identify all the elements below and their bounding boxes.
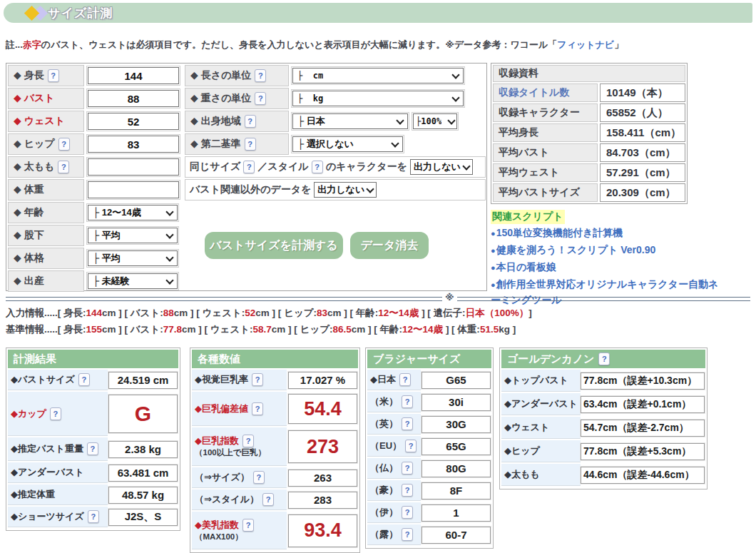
table-row: （豪）? 8F (367, 480, 491, 501)
same-style-help-button[interactable]: ? (312, 161, 323, 173)
age-select[interactable]: ├ 12〜14歳 (88, 205, 178, 220)
bra-ru-help-button[interactable]: ? (402, 528, 413, 541)
table-row: ◆巨乳指数?（100以上で巨乳） 273 (192, 427, 358, 466)
bra-fr-help-button[interactable]: ? (402, 462, 413, 475)
same-size-help-button[interactable]: ? (243, 161, 255, 173)
bra-au-help-button[interactable]: ? (402, 484, 413, 497)
bra-fr-label: （仏）? (367, 458, 421, 479)
table-row: 平均バストサイズ 20.309（cm） (493, 183, 685, 202)
archive-titles-label[interactable]: 収録タイトル数 (493, 83, 598, 102)
canon-panel-header: ゴールデンカノン? (501, 350, 705, 368)
region-help-button[interactable]: ? (245, 115, 256, 128)
bust-weight-help-button[interactable]: ? (87, 442, 98, 455)
page-title: サイズ計測 (48, 5, 113, 21)
cup-help-button[interactable]: ? (50, 407, 61, 420)
bra-eu-help-button[interactable]: ? (405, 440, 417, 452)
build-select[interactable]: ├ 平均 (88, 250, 178, 266)
bra-eu-value: 65G (422, 438, 491, 455)
bra-us-value: 30i (422, 394, 491, 411)
hip-help-button[interactable]: ? (58, 138, 70, 151)
bust-input[interactable] (88, 90, 179, 107)
beauty-index-help-button[interactable]: ? (242, 519, 254, 532)
weight-input[interactable] (88, 181, 179, 198)
table-row: ◆美乳指数?（MAX100） 93.4 (192, 512, 358, 549)
non-bust-output-select[interactable]: 出力しない (314, 182, 377, 198)
canon-waist-value: 54.7cm（誤差-2.7cm） (581, 420, 705, 437)
right-column: 収録資料 収録タイトル数 10149（本） 収録キャラクター 65852（人） … (491, 63, 753, 308)
measure-button[interactable]: バストサイズを計測する (205, 232, 343, 259)
clear-button[interactable]: データ消去 (350, 232, 429, 259)
visual-rate-help-button[interactable]: ? (252, 373, 263, 386)
canon-help-button[interactable]: ? (598, 352, 610, 365)
numbers-panel-header: 各種数値 (192, 350, 358, 368)
waist-input[interactable] (88, 113, 179, 130)
shorts-size-help-button[interactable]: ? (88, 510, 99, 523)
weight-unit-select[interactable]: ├ kg (292, 91, 464, 106)
table-row: ◆太もも 44.6cm（誤差-44.6cm） (501, 464, 705, 486)
est-weight-label: ◆推定体重 (8, 484, 108, 505)
chevron-down-icon (451, 93, 459, 101)
avg-height-label: 平均身長 (493, 123, 598, 142)
related-link-naming-tool[interactable]: ●創作用全世界対応オリジナルキャラクター自動ネーミングツール (491, 277, 726, 308)
table-row: ◆推定バスト重量? 2.38 kg (8, 437, 178, 461)
same-output-select[interactable]: 出力しない (410, 159, 473, 175)
bra-it-label: （伊）? (367, 502, 421, 523)
chevron-down-icon (367, 185, 374, 193)
measurement-form: ◆ 身長? ◆ バスト ◆ ウェスト ◆ ヒップ? ◆ 太もも? ◆ 体重 (6, 63, 487, 291)
childbirth-label: ◆ 出産 (8, 270, 84, 292)
divider-mark: ※ (442, 292, 457, 303)
bra-ru-label: （露）? (367, 524, 421, 545)
height-help-button[interactable]: ? (48, 69, 59, 82)
length-unit-select[interactable]: ├ cm (292, 68, 464, 83)
deviation-help-button[interactable]: ? (252, 402, 263, 415)
second-standard-help-button[interactable]: ? (245, 138, 256, 151)
region-select[interactable]: ├ 日本 (292, 113, 408, 129)
avg-bust-size-label: 平均バストサイズ (493, 183, 598, 202)
height-input[interactable] (88, 67, 179, 84)
canon-waist-label: ◆ウェスト (501, 417, 581, 439)
index-help-button[interactable]: ? (242, 435, 254, 447)
inseam-select[interactable]: ├ 平均 (88, 228, 178, 243)
chevron-down-icon (451, 71, 459, 78)
bra-it-help-button[interactable]: ? (402, 506, 413, 519)
table-row: （伊）? 1 (367, 502, 491, 523)
same-size-row: 同じサイズ ? ／スタイル ? のキャラクターを 出力しない (185, 156, 486, 178)
bra-jp-help-button[interactable]: ? (399, 373, 411, 386)
bra-us-help-button[interactable]: ? (402, 395, 413, 408)
deviation-label: ◆巨乳偏差値? (192, 392, 287, 426)
weight-unit-help-button[interactable]: ? (255, 92, 266, 105)
length-unit-help-button[interactable]: ? (255, 69, 266, 82)
hip-input[interactable] (88, 136, 179, 153)
page: サイズ計測 註...赤字のバスト、ウェストは必須項目です。ただし、身長を入力しな… (0, 0, 756, 553)
related-link-calculator[interactable]: ●150単位変換機能付き計算機 (491, 225, 726, 241)
bra-eu-label: （EU）? (367, 436, 421, 457)
canon-thigh-value: 44.6cm（誤差-44.6cm） (581, 467, 705, 484)
bra-uk-help-button[interactable]: ? (402, 417, 413, 430)
thigh-help-button[interactable]: ? (58, 161, 69, 173)
table-row: （⇒サイズ）? 263 (192, 467, 358, 488)
second-standard-label: ◆ 第二基準? (185, 133, 289, 155)
index-style-help-button[interactable]: ? (262, 493, 274, 506)
index-size-label: （⇒サイズ）? (192, 467, 287, 488)
bra-it-value: 1 (422, 504, 491, 522)
age-label: ◆ 年齢 (8, 202, 84, 223)
second-standard-select[interactable]: ├ 選択しない (292, 136, 403, 152)
index-style-label: （⇒スタイル）? (192, 489, 287, 510)
index-size-help-button[interactable]: ? (253, 471, 265, 484)
bust-size-help-button[interactable]: ? (78, 373, 90, 386)
related-link-health[interactable]: ●健康を測ろう！スクリプト Ver0.90 (491, 243, 726, 258)
related-link-kanbanmusume[interactable]: ●本日の看板娘 (491, 260, 726, 275)
region-percent-select[interactable]: ├100% (413, 113, 457, 129)
chevron-down-icon (165, 208, 173, 215)
thigh-input[interactable] (88, 158, 179, 176)
table-row: ◆ウェスト 54.7cm（誤差-2.7cm） (501, 417, 705, 439)
numbers-panel: 各種数値 ◆視覚巨乳率? 17.027 % ◆巨乳偏差値? 54.4 ◆巨乳指数… (190, 347, 360, 553)
deviation-value: 54.4 (288, 394, 357, 424)
table-row: ◆カップ? G (8, 392, 178, 436)
table-row: ◆推定体重 48.57 kg (8, 484, 178, 505)
build-label: ◆ 体格 (8, 248, 84, 269)
same-post-text: のキャラクターを (326, 161, 407, 173)
childbirth-select[interactable]: ├ 未経験 (88, 273, 178, 289)
table-row: 平均身長 158.411（cm） (493, 123, 685, 142)
archive-table: 収録資料 収録タイトル数 10149（本） 収録キャラクター 65852（人） … (491, 63, 688, 204)
